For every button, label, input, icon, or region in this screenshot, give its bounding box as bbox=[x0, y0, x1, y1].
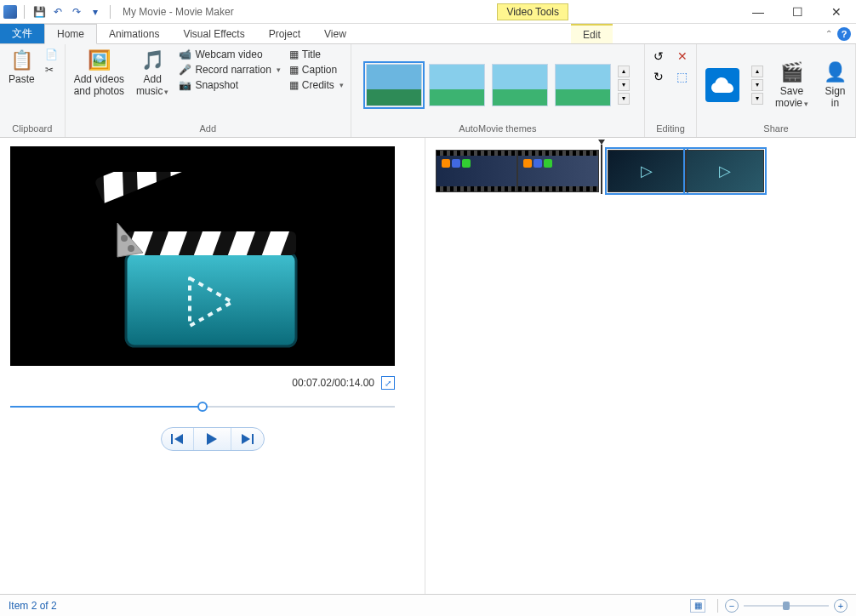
ribbon: 📋 Paste 📄 ✂ Clipboard 🖼️ Add videos and … bbox=[0, 44, 856, 138]
timeline-clip-2a[interactable]: ▷ bbox=[608, 150, 686, 192]
automovie-expand[interactable]: ▾ bbox=[618, 93, 630, 105]
caption-icon: ▦ bbox=[289, 64, 299, 76]
photos-icon: 🖼️ bbox=[88, 49, 111, 71]
status-bar: Item 2 of 2 ▦ − + bbox=[0, 594, 856, 616]
zoom-thumb[interactable] bbox=[783, 602, 790, 610]
microphone-icon: 🎤 bbox=[179, 64, 191, 76]
title-bar: 💾 ↶ ↷ ▾ My Movie - Movie Maker Video Too… bbox=[0, 0, 856, 24]
qat-save-icon[interactable]: 💾 bbox=[31, 4, 47, 20]
clip-play-icon: ▷ bbox=[719, 162, 731, 180]
paste-button[interactable]: 📋 Paste bbox=[5, 48, 38, 87]
svg-point-13 bbox=[121, 235, 128, 242]
cut-button[interactable]: ✂ bbox=[43, 63, 60, 77]
automovie-theme-1[interactable] bbox=[366, 64, 422, 106]
share-scroll-down[interactable]: ▾ bbox=[751, 79, 763, 91]
maximize-button[interactable]: ☐ bbox=[778, 0, 817, 24]
select-all-button[interactable]: ⬚ bbox=[674, 68, 691, 85]
view-thumbnails-button[interactable]: ▦ bbox=[690, 599, 705, 613]
add-music-button[interactable]: 🎵 Add music▾ bbox=[133, 48, 172, 99]
playhead[interactable] bbox=[601, 145, 602, 194]
zoom-slider[interactable] bbox=[744, 605, 829, 607]
status-item-count: Item 2 of 2 bbox=[9, 600, 57, 612]
tab-visual-effects[interactable]: Visual Effects bbox=[171, 24, 256, 43]
caption-button[interactable]: ▦Caption bbox=[288, 63, 345, 77]
svg-point-14 bbox=[128, 245, 134, 252]
next-frame-button[interactable] bbox=[231, 428, 264, 450]
minimize-button[interactable]: — bbox=[739, 0, 778, 24]
add-videos-photos-button[interactable]: 🖼️ Add videos and photos bbox=[71, 48, 128, 99]
tab-view[interactable]: View bbox=[312, 24, 358, 43]
add-videos-label: Add videos and photos bbox=[74, 73, 124, 97]
fullscreen-button[interactable]: ⤢ bbox=[381, 376, 395, 390]
tab-file[interactable]: 文件 bbox=[0, 24, 44, 43]
zoom-out-button[interactable]: − bbox=[725, 599, 739, 613]
timeline-pane[interactable]: ▷ ▷ bbox=[425, 138, 856, 594]
seek-thumb[interactable] bbox=[197, 402, 208, 412]
svg-rect-8 bbox=[104, 172, 123, 203]
copy-button[interactable]: 📄 bbox=[43, 48, 60, 61]
qat-customize-icon[interactable]: ▾ bbox=[88, 4, 103, 20]
qat-redo-icon[interactable]: ↷ bbox=[69, 4, 84, 20]
automovie-scroll-down[interactable]: ▾ bbox=[618, 79, 630, 91]
delete-button[interactable]: ✕ bbox=[674, 48, 691, 65]
user-icon: 👤 bbox=[824, 61, 847, 83]
help-icon[interactable]: ? bbox=[837, 27, 851, 41]
close-button[interactable]: ✕ bbox=[817, 0, 856, 24]
svg-rect-9 bbox=[137, 172, 157, 190]
copy-icon: 📄 bbox=[45, 48, 58, 60]
ribbon-tabs: 文件 Home Animations Visual Effects Projec… bbox=[0, 24, 856, 44]
seek-bar[interactable] bbox=[10, 402, 395, 412]
playback-controls bbox=[161, 427, 265, 451]
zoom-in-button[interactable]: + bbox=[834, 599, 847, 613]
contextual-tab-video-tools[interactable]: Video Tools bbox=[497, 3, 568, 20]
clipboard-icon: 📋 bbox=[10, 49, 33, 71]
time-display: 00:07.02/00:14.00 bbox=[292, 377, 374, 389]
credits-button[interactable]: ▦Credits▾ bbox=[288, 78, 345, 92]
qat-undo-icon[interactable]: ↶ bbox=[50, 4, 66, 20]
music-icon: 🎵 bbox=[141, 49, 164, 71]
tab-edit[interactable]: Edit bbox=[571, 24, 613, 43]
automovie-theme-3[interactable] bbox=[492, 64, 548, 106]
timeline-clip-1a[interactable] bbox=[436, 150, 517, 192]
title-icon: ▦ bbox=[289, 48, 299, 60]
group-add: 🖼️ Add videos and photos 🎵 Add music▾ 📹W… bbox=[66, 44, 351, 137]
record-narration-button[interactable]: 🎤Record narration▾ bbox=[177, 63, 282, 77]
clapperboard-graphic bbox=[75, 172, 330, 359]
clip-play-icon: ▷ bbox=[641, 162, 653, 180]
rotate-right-button[interactable]: ↻ bbox=[650, 68, 667, 85]
timeline-clip-1b[interactable] bbox=[517, 150, 599, 192]
svg-rect-0 bbox=[126, 253, 296, 346]
share-expand[interactable]: ▾ bbox=[751, 93, 763, 105]
tab-project[interactable]: Project bbox=[257, 24, 312, 43]
rotate-left-button[interactable]: ↺ bbox=[650, 48, 667, 65]
camera-icon: 📷 bbox=[179, 79, 191, 91]
snapshot-button[interactable]: 📷Snapshot bbox=[177, 78, 282, 92]
title-button[interactable]: ▦Title bbox=[288, 48, 345, 61]
app-icon bbox=[3, 5, 17, 19]
automovie-theme-2[interactable] bbox=[429, 64, 485, 106]
group-editing: ↺ ✕ ↻ ⬚ Editing bbox=[645, 44, 697, 137]
onedrive-icon bbox=[705, 68, 739, 102]
timeline-clip-2b[interactable]: ▷ bbox=[686, 150, 764, 192]
main-area: 00:07.02/00:14.00 ⤢ bbox=[0, 138, 856, 594]
group-share: ▴ ▾ ▾ 🎬 Save movie▾ 👤 Sign in Share bbox=[697, 44, 856, 137]
tab-animations[interactable]: Animations bbox=[97, 24, 171, 43]
group-clipboard-label: Clipboard bbox=[5, 122, 60, 135]
svg-rect-10 bbox=[170, 172, 190, 176]
group-automovie-label: AutoMovie themes bbox=[357, 122, 639, 135]
tab-home[interactable]: Home bbox=[44, 24, 97, 44]
save-movie-button[interactable]: 🎬 Save movie▾ bbox=[772, 60, 812, 111]
ribbon-collapse-icon[interactable]: ⌃ bbox=[825, 29, 832, 38]
automovie-scroll-up[interactable]: ▴ bbox=[618, 66, 630, 77]
prev-frame-button[interactable] bbox=[162, 428, 194, 450]
webcam-video-button[interactable]: 📹Webcam video bbox=[177, 48, 282, 61]
onedrive-button[interactable] bbox=[702, 66, 743, 104]
sign-in-button[interactable]: 👤 Sign in bbox=[820, 60, 850, 111]
preview-video[interactable] bbox=[10, 146, 395, 366]
play-button[interactable] bbox=[194, 428, 231, 450]
automovie-theme-4[interactable] bbox=[555, 64, 611, 106]
save-movie-icon: 🎬 bbox=[780, 61, 803, 83]
group-clipboard: 📋 Paste 📄 ✂ Clipboard bbox=[0, 44, 66, 137]
share-scroll-up[interactable]: ▴ bbox=[751, 66, 763, 77]
webcam-icon: 📹 bbox=[179, 48, 191, 60]
